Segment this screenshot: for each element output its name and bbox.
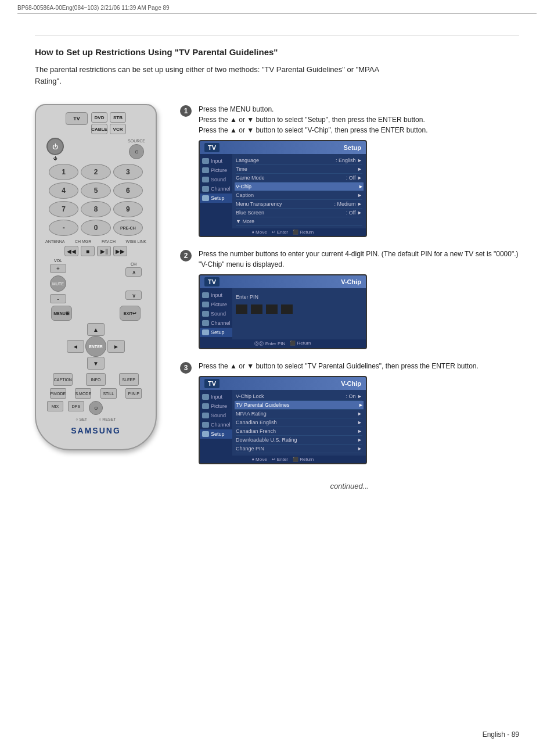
dpad-down-button[interactable]: ▼ (87, 357, 105, 370)
tv-screen-1-header-right: Setup (343, 144, 361, 151)
sidebar-picture-label: Picture (211, 167, 227, 173)
dpad-top-row: ▲ (69, 323, 123, 336)
s3-sidebar-setup: Setup (200, 429, 232, 439)
menu-gamemode: Game Mode : Off ► (236, 174, 362, 182)
ff-button[interactable]: ▶▶ (113, 246, 127, 256)
menu-time-arrow: ► (357, 166, 362, 172)
ch-up-button[interactable]: ∧ (125, 267, 142, 277)
num-6[interactable]: 6 (113, 182, 143, 199)
ch-label: CH (131, 262, 136, 266)
vol-down-button[interactable]: - (50, 294, 66, 303)
num-5[interactable]: 5 (81, 182, 110, 199)
dpad-right-button[interactable]: ► (107, 340, 125, 353)
exit-button[interactable]: EXIT↩ (120, 306, 141, 321)
num-1[interactable]: 1 (49, 164, 78, 180)
dpad-up-button[interactable]: ▲ (87, 323, 105, 336)
ch-down-button[interactable]: ∨ (125, 291, 142, 300)
tv-screen-2-body: Input Picture Sound (200, 288, 366, 339)
smode-button[interactable]: S.MODE (75, 388, 91, 399)
sidebar-channel-label: Channel (211, 186, 231, 192)
menu-more: ▼ More (236, 217, 362, 226)
caption-button[interactable]: CAPTION (53, 373, 73, 386)
num-4[interactable]: 4 (49, 182, 78, 199)
s2-sound-label: Sound (211, 311, 226, 317)
tv-screen-2-footer: ⓪② Enter PIN ⬛ Return (200, 339, 366, 348)
chmgr-label: CH MGR (75, 239, 91, 243)
favch-label: FAV.CH (102, 239, 116, 243)
num-dash[interactable]: - (49, 220, 78, 236)
s3-canenglish: Canadian English ► (236, 418, 362, 427)
mix-button[interactable]: MIX (47, 401, 63, 411)
stb-button[interactable]: STB (110, 112, 126, 123)
num-8[interactable]: 8 (81, 201, 110, 217)
s3-downloadable-label: Downloadable U.S. Rating (236, 437, 297, 443)
dvd-button[interactable]: DVD (91, 112, 107, 123)
sidebar-channel: Channel (200, 184, 232, 194)
header-left: BP68-00586A-00Eng(084~103) 2/21/06 11:39… (17, 5, 170, 11)
antenna-label: ANTENNA (45, 239, 64, 243)
sidebar-setup-label: Setup (211, 195, 225, 201)
tv-screen-3-header-right: V-Chip (341, 380, 361, 387)
power-button[interactable]: ⏻ (46, 138, 64, 155)
mute-button[interactable]: MUTE (50, 275, 66, 292)
num-0[interactable]: 0 (81, 220, 110, 236)
stop-button[interactable]: ■ (81, 246, 95, 256)
pin-block-1 (236, 304, 247, 314)
enter-button[interactable]: ENTER (85, 336, 106, 357)
channel-control: CH ∧ ∨ (125, 262, 142, 300)
tv-screen-1-sidebar: Input Picture Sound (200, 154, 232, 228)
pip-button[interactable]: P.IN.P (125, 388, 142, 399)
tv-screen-3-header: TV V-Chip (200, 377, 366, 390)
steps-column: 1 Press the MENU button.Press the ▲ or ▼… (180, 104, 519, 490)
s2-channel-icon (202, 320, 209, 326)
s3-setup-icon (202, 431, 209, 437)
reset-label: ○ RESET (99, 417, 116, 421)
vol-up-button[interactable]: + (50, 264, 66, 273)
source-button[interactable]: ⊙ (129, 144, 144, 159)
step-1-content: Press the MENU button.Press the ▲ or ▼ b… (199, 104, 519, 237)
ch-spacer (125, 278, 142, 289)
still-button[interactable]: STILL (100, 388, 117, 399)
cable-button[interactable]: CABLE (91, 124, 107, 134)
dpad-left-button[interactable]: ◄ (67, 340, 84, 353)
s3-tvparental: TV Parental Guidelines ► (235, 401, 364, 410)
step-2: 2 Press the number buttons to enter your… (180, 249, 519, 349)
sleep-button[interactable]: SLEEP (119, 373, 139, 386)
tv-screen-3-header-left: TV (204, 379, 220, 388)
step-1-text: Press the MENU button.Press the ▲ or ▼ b… (199, 104, 519, 135)
rew-button[interactable]: ◀◀ (64, 246, 78, 256)
sidebar-input-icon (202, 158, 209, 164)
num-prech[interactable]: PRE-CH (113, 220, 143, 236)
info-button[interactable]: INFO (86, 373, 106, 386)
sidebar-input-label: Input (211, 158, 222, 164)
menu-language: Language : English ► (236, 156, 362, 165)
tv-screen-3-menu: V-Chip Lock : On ► TV Parental Guideline… (232, 390, 366, 456)
menu-vchip-arrow: ► (358, 184, 364, 189)
step-3: 3 Press the ▲ or ▼ button to select "TV … (180, 361, 519, 464)
menu-transparency: Menu Transparency : Medium ► (236, 200, 362, 209)
num-3[interactable]: 3 (113, 164, 143, 180)
num-7[interactable]: 7 (49, 201, 78, 217)
tv-button[interactable]: TV (66, 112, 88, 125)
menu-bluescreen-label: Blue Screen (236, 210, 264, 216)
tv-screen-1-body: Input Picture Sound (200, 154, 366, 228)
num-2[interactable]: 2 (81, 164, 110, 180)
rec-button[interactable]: ⊙ (89, 401, 103, 415)
dps-button[interactable]: DPS (68, 401, 84, 411)
play-button[interactable]: ▶‖ (97, 246, 111, 256)
source-label: SOURCE (128, 139, 145, 143)
s3-setup-label: Setup (211, 431, 225, 437)
s2-footer-return: ⬛ Return (290, 341, 311, 347)
pin-block-2 (251, 304, 262, 314)
pmode-button[interactable]: P.MODE (50, 388, 66, 399)
menu-bluescreen: Blue Screen : Off ► (236, 209, 362, 217)
num-9[interactable]: 9 (113, 201, 143, 217)
menu-button[interactable]: MENU⊞ (51, 306, 72, 321)
s2-sound-icon (202, 311, 209, 317)
content-columns: TV DVD STB CABLE VCR (35, 104, 519, 490)
sidebar-channel-icon (202, 186, 209, 192)
tv-screen-1: TV Setup Input Pictu (199, 140, 367, 237)
page-intro: The parental restrictions can be set up … (35, 64, 395, 87)
vcr-button[interactable]: VCR (110, 124, 126, 134)
menu-gamemode-value: : Off ► (346, 175, 362, 181)
